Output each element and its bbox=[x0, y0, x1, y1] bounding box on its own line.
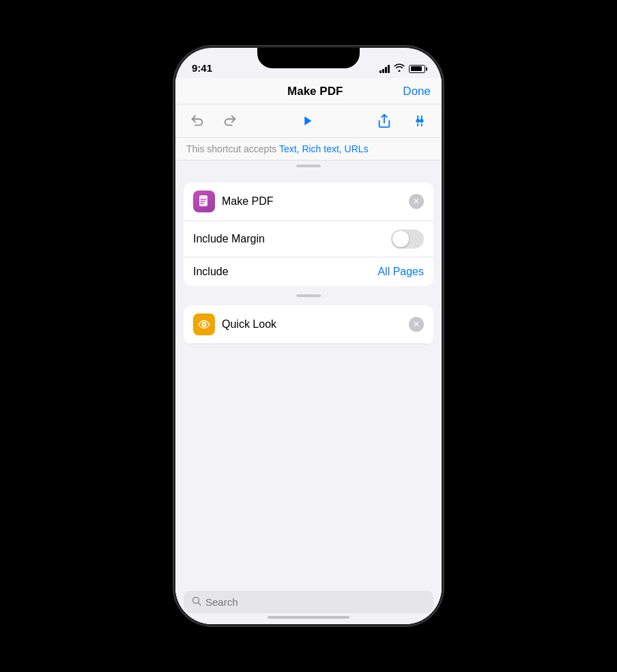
notch bbox=[257, 48, 360, 68]
nav-title: Make PDF bbox=[227, 85, 403, 98]
make-pdf-header: Make PDF bbox=[184, 182, 433, 221]
toolbar-right bbox=[373, 110, 431, 132]
include-margin-row: Include Margin bbox=[184, 221, 433, 257]
signal-bars-icon bbox=[379, 65, 390, 73]
accepts-prefix: This shortcut accepts bbox=[186, 143, 279, 154]
include-pages-row: Include All Pages bbox=[184, 257, 433, 286]
search-bar bbox=[184, 591, 433, 613]
include-label: Include bbox=[193, 266, 229, 278]
make-pdf-title: Make PDF bbox=[222, 195, 409, 208]
share-button[interactable] bbox=[373, 110, 395, 132]
drag-handle-middle bbox=[184, 294, 433, 297]
wifi-icon bbox=[394, 64, 405, 74]
accepts-types[interactable]: Text, Rich text, URLs bbox=[279, 143, 369, 154]
make-pdf-remove-button[interactable] bbox=[409, 194, 424, 209]
status-icons bbox=[379, 64, 425, 74]
svg-line-8 bbox=[199, 603, 201, 606]
all-pages-value[interactable]: All Pages bbox=[377, 266, 424, 278]
search-input[interactable] bbox=[205, 596, 425, 608]
screen-content: Make PDF Done bbox=[175, 78, 442, 624]
make-pdf-card: Make PDF Include Margin Include All Page… bbox=[184, 182, 433, 286]
action-area: Make PDF Include Margin Include All Page… bbox=[175, 171, 442, 585]
quick-look-title: Quick Look bbox=[222, 318, 409, 331]
settings-button[interactable] bbox=[409, 110, 431, 132]
svg-point-6 bbox=[203, 324, 205, 326]
include-margin-label: Include Margin bbox=[193, 233, 265, 245]
quick-look-header: Quick Look bbox=[184, 305, 433, 344]
home-indicator bbox=[268, 616, 349, 619]
toolbar-left bbox=[186, 110, 241, 132]
run-button[interactable] bbox=[296, 110, 318, 132]
include-margin-toggle[interactable] bbox=[391, 229, 424, 249]
nav-done-button[interactable]: Done bbox=[403, 85, 431, 98]
redo-button[interactable] bbox=[219, 110, 241, 132]
make-pdf-icon bbox=[193, 191, 215, 212]
drag-handle-top bbox=[175, 160, 442, 171]
toggle-thumb bbox=[392, 231, 409, 247]
quick-look-card: Quick Look bbox=[184, 305, 433, 344]
toolbar bbox=[175, 104, 442, 138]
nav-bar: Make PDF Done bbox=[175, 78, 442, 104]
battery-icon bbox=[409, 65, 425, 73]
toolbar-center bbox=[296, 110, 318, 132]
accepts-bar: This shortcut accepts Text, Rich text, U… bbox=[175, 138, 442, 160]
quick-look-icon bbox=[193, 313, 215, 335]
undo-button[interactable] bbox=[186, 110, 208, 132]
svg-rect-3 bbox=[199, 195, 207, 206]
phone-frame: 9:41 Make PDF bbox=[175, 48, 442, 624]
status-time: 9:41 bbox=[192, 62, 212, 74]
quick-look-remove-button[interactable] bbox=[409, 317, 424, 332]
search-icon bbox=[192, 596, 201, 608]
